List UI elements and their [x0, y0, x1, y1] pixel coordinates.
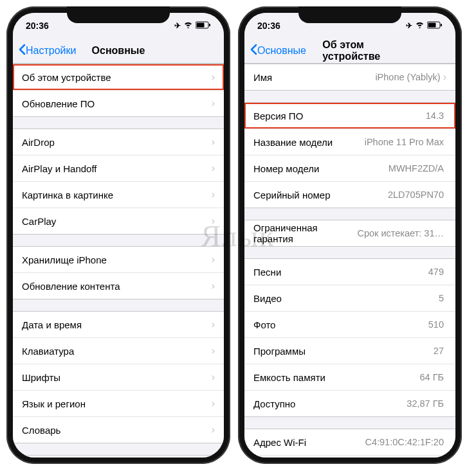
- back-label: Настройки: [26, 45, 76, 57]
- row-value: iPhone (Yablyk): [375, 72, 440, 82]
- status-icons: ✈: [406, 21, 443, 31]
- chevron-right-icon: ›: [212, 215, 215, 227]
- row-label: Дата и время: [22, 319, 212, 330]
- row-label: Клавиатура: [22, 346, 212, 357]
- warranty-row[interactable]: Ограниченная гарантияСрок истекает: 31…: [244, 220, 455, 246]
- about-list[interactable]: ИмяiPhone (Yablyk)›Версия ПО14.3Название…: [244, 64, 455, 458]
- pip-row[interactable]: Картинка в картинке›: [13, 182, 224, 208]
- bluetooth-address-row[interactable]: BluetoothC4:91:0C:3D:9E:76: [244, 456, 455, 458]
- carplay-row[interactable]: CarPlay›: [13, 208, 224, 234]
- nav-title: Об этом устройстве: [322, 39, 411, 62]
- row-label: Хранилище iPhone: [22, 254, 212, 265]
- notch: [298, 6, 401, 23]
- fonts-row[interactable]: Шрифты›: [13, 364, 224, 391]
- wifi-icon: [183, 21, 193, 30]
- row-value: 479: [428, 267, 444, 277]
- chevron-right-icon: ›: [212, 254, 215, 265]
- row-label: Программы: [253, 346, 434, 357]
- settings-group: Ограниченная гарантияСрок истекает: 31…: [244, 220, 455, 247]
- chevron-right-icon: ›: [212, 319, 215, 330]
- row-label: AirPlay и Handoff: [22, 163, 212, 174]
- row-label: Версия ПО: [253, 111, 426, 121]
- row-value: iPhone 11 Pro Max: [365, 137, 444, 147]
- chevron-right-icon: ›: [443, 71, 446, 83]
- software-version-row[interactable]: Версия ПО14.3: [244, 103, 455, 129]
- row-label: CarPlay: [22, 216, 212, 227]
- row-value: 32,87 ГБ: [407, 398, 444, 409]
- notch: [67, 6, 170, 23]
- about-device-row[interactable]: Об этом устройстве›: [13, 64, 224, 91]
- nav-bar: Настройки Основные: [13, 39, 224, 64]
- row-value: C4:91:0C:42:1F:20: [365, 437, 444, 447]
- row-value: 2LD705PN70: [388, 190, 444, 200]
- dictionary-row[interactable]: Словарь›: [13, 417, 224, 443]
- apps-row[interactable]: Программы27: [244, 338, 455, 364]
- chevron-right-icon: ›: [212, 424, 215, 436]
- serial-number-row[interactable]: Серийный номер2LD705PN70: [244, 182, 455, 208]
- back-button[interactable]: Настройки: [18, 44, 76, 58]
- chevron-right-icon: ›: [212, 189, 215, 200]
- chevron-right-icon: ›: [212, 398, 215, 409]
- software-update-row[interactable]: Обновление ПО›: [13, 91, 224, 116]
- settings-group: Хранилище iPhone›Обновление контента›: [13, 246, 224, 299]
- iphone-storage-row[interactable]: Хранилище iPhone›: [13, 247, 224, 273]
- screen-right: 20:36 ✈ Основные: [244, 13, 455, 458]
- wifi-icon: [415, 21, 425, 30]
- chevron-right-icon: ›: [212, 280, 215, 292]
- row-label: Словарь: [22, 425, 212, 436]
- nav-bar: Основные Об этом устройстве: [244, 39, 455, 64]
- row-value: MWHF2ZD/A: [389, 163, 444, 173]
- row-label: AirDrop: [22, 137, 212, 148]
- chevron-right-icon: ›: [212, 136, 215, 148]
- settings-group: VPNНе подключеноПрофиль›: [13, 455, 224, 458]
- songs-row[interactable]: Песни479: [244, 259, 455, 285]
- row-label: Видео: [253, 293, 439, 304]
- keyboard-row[interactable]: Клавиатура›: [13, 338, 224, 364]
- svg-rect-2: [209, 24, 210, 26]
- row-label: Песни: [253, 267, 428, 278]
- videos-row[interactable]: Видео5: [244, 285, 455, 312]
- chevron-right-icon: ›: [212, 345, 215, 357]
- capacity-row[interactable]: Емкость памяти64 ГБ: [244, 364, 455, 391]
- row-value: 27: [434, 346, 444, 356]
- svg-rect-4: [428, 22, 436, 27]
- battery-icon: [196, 21, 211, 31]
- vpn-row[interactable]: VPNНе подключено: [13, 456, 224, 458]
- date-time-row[interactable]: Дата и время›: [13, 312, 224, 338]
- chevron-right-icon: ›: [212, 371, 215, 383]
- chevron-right-icon: ›: [212, 163, 215, 174]
- row-label: Имя: [253, 72, 375, 83]
- screen-left: 20:36 ✈ Настройки: [13, 13, 224, 458]
- settings-group: Адрес Wi-FiC4:91:0C:42:1F:20BluetoothC4:…: [244, 429, 455, 458]
- background-refresh-row[interactable]: Обновление контента›: [13, 273, 224, 299]
- settings-list[interactable]: Об этом устройстве›Обновление ПО›AirDrop…: [13, 64, 224, 458]
- airplane-icon: ✈: [406, 21, 412, 30]
- phone-right: 20:36 ✈ Основные: [238, 6, 462, 464]
- airplane-icon: ✈: [174, 21, 181, 30]
- row-label: Название модели: [253, 137, 365, 148]
- airplay-handoff-row[interactable]: AirPlay и Handoff›: [13, 156, 224, 182]
- device-name-row[interactable]: ИмяiPhone (Yablyk)›: [244, 64, 455, 90]
- model-number-row[interactable]: Номер моделиMWHF2ZD/A: [244, 156, 455, 182]
- chevron-right-icon: ›: [212, 71, 215, 83]
- settings-group: ИмяiPhone (Yablyk)›: [244, 64, 455, 91]
- back-button[interactable]: Основные: [250, 44, 306, 58]
- row-value: Срок истекает: 31…: [357, 228, 444, 238]
- wifi-address-row[interactable]: Адрес Wi-FiC4:91:0C:42:1F:20: [244, 429, 455, 456]
- language-region-row[interactable]: Язык и регион›: [13, 391, 224, 417]
- battery-icon: [427, 21, 443, 31]
- chevron-left-icon: [250, 44, 257, 58]
- row-label: Серийный номер: [253, 190, 388, 200]
- row-value: 5: [439, 293, 444, 303]
- row-label: Доступно: [253, 398, 407, 409]
- nav-title: Основные: [92, 45, 145, 57]
- row-label: Адрес Wi-Fi: [253, 437, 365, 448]
- settings-group: Версия ПО14.3Название моделиiPhone 11 Pr…: [244, 102, 455, 208]
- available-row[interactable]: Доступно32,87 ГБ: [244, 391, 455, 416]
- airdrop-row[interactable]: AirDrop›: [13, 129, 224, 156]
- model-name-row[interactable]: Название моделиiPhone 11 Pro Max: [244, 129, 455, 156]
- row-label: Ограниченная гарантия: [253, 222, 357, 244]
- photos-row[interactable]: Фото510: [244, 312, 455, 338]
- row-label: Обновление ПО: [22, 98, 212, 109]
- chevron-right-icon: ›: [212, 98, 215, 109]
